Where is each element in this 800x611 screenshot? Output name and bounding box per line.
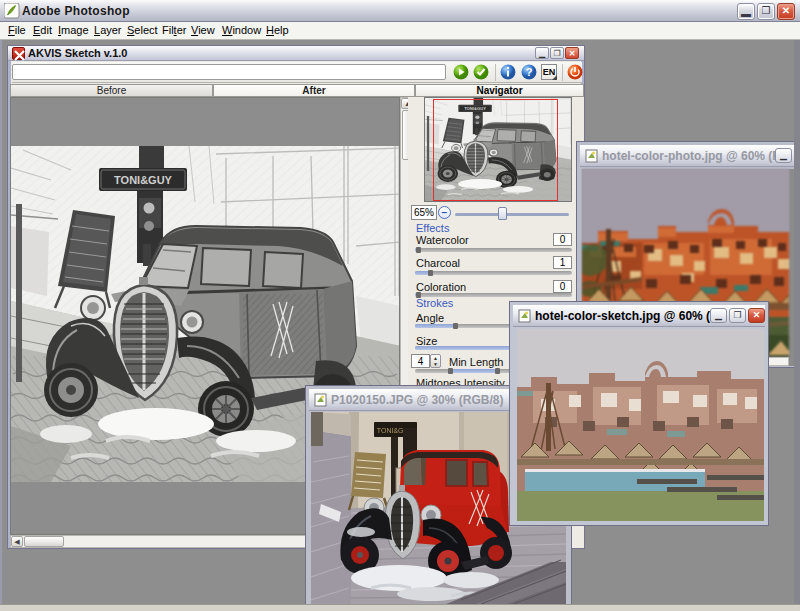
svg-text:?: ? xyxy=(526,66,533,78)
